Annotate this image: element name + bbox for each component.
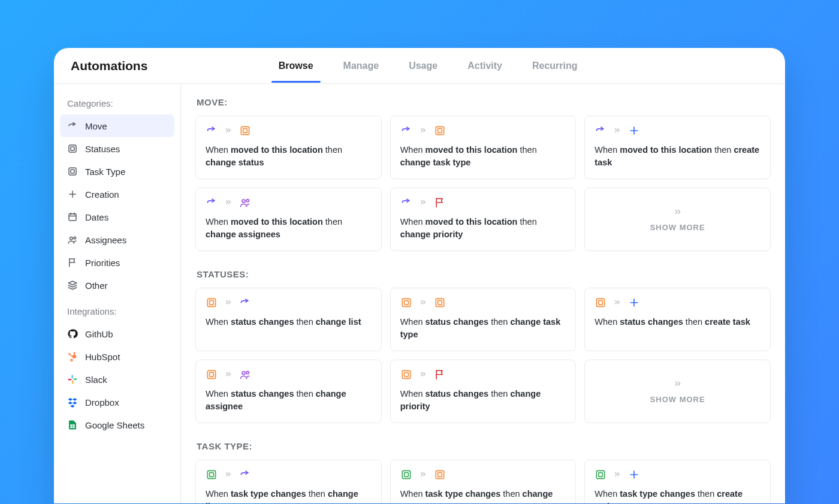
svg-rect-0	[69, 145, 76, 152]
automation-card[interactable]: When moved to this location then create …	[584, 116, 771, 179]
card-description: When status changes then change list	[206, 316, 372, 328]
sidebar-category-creation[interactable]: Creation	[60, 183, 174, 206]
sidebar-integration-slack[interactable]: Slack	[60, 368, 174, 391]
sidebar-integration-google-sheets[interactable]: Google Sheets	[60, 414, 174, 436]
svg-rect-52	[404, 473, 408, 477]
sidebar-category-dates[interactable]: Dates	[60, 206, 174, 228]
plus-blue-icon	[628, 469, 640, 481]
calendar-icon	[67, 212, 78, 222]
sidebar-category-priorities[interactable]: Priorities	[60, 251, 174, 274]
github-icon	[67, 328, 78, 339]
chevrons-icon	[612, 126, 622, 135]
automation-card[interactable]: When status changes then change list	[195, 288, 382, 351]
card-description: When status changes then create task	[594, 316, 760, 328]
svg-point-11	[74, 237, 76, 239]
section-title-tasktype: TASK TYPE:	[197, 441, 771, 451]
automation-card[interactable]: When task type changes then create task	[584, 460, 771, 503]
card-icons	[400, 369, 566, 381]
card-grid: When task type changes then change list …	[195, 460, 771, 503]
page-title: Automations	[71, 59, 147, 73]
share-purple-icon	[594, 125, 606, 137]
tab-browse[interactable]: Browse	[276, 50, 316, 82]
body: Categories: MoveStatusesTask TypeCreatio…	[54, 84, 785, 503]
sidebar-category-move[interactable]: Move	[60, 114, 174, 137]
chevrons-icon	[224, 198, 233, 207]
status-orange-icon	[434, 469, 446, 481]
tab-manage[interactable]: Manage	[341, 50, 382, 82]
svg-rect-39	[597, 298, 605, 306]
sidebar-integration-hubspot[interactable]: HubSpot	[60, 345, 174, 368]
card-icons	[206, 197, 372, 209]
svg-rect-14	[74, 354, 75, 355]
status-orange-icon	[434, 297, 446, 309]
svg-rect-27	[436, 126, 443, 134]
chevrons-icon	[612, 470, 622, 479]
status-icon	[67, 166, 78, 177]
sidebar-item-label: Statuses	[85, 144, 120, 154]
sidebar-item-label: Dates	[85, 212, 108, 222]
sidebar-category-task-type[interactable]: Task Type	[60, 160, 174, 183]
card-description: When moved to this location then create …	[594, 144, 760, 169]
svg-rect-26	[243, 129, 248, 133]
svg-rect-36	[404, 301, 408, 305]
chevrons-icon	[224, 470, 233, 479]
svg-rect-35	[402, 298, 410, 306]
svg-rect-28	[437, 129, 442, 133]
sidebar-item-label: Move	[85, 121, 107, 131]
plus-icon	[67, 189, 78, 200]
automation-card[interactable]: When moved to this location then change …	[390, 116, 577, 179]
card-icons	[400, 297, 566, 309]
chevrons-icon	[224, 370, 233, 379]
people-purple-icon	[239, 197, 251, 209]
section-title-statuses: STATUSES:	[197, 269, 771, 279]
chevrons-icon	[224, 298, 233, 307]
plus-blue-icon	[628, 297, 640, 309]
automation-card[interactable]: When moved to this location then change …	[195, 188, 382, 251]
sidebar-category-other[interactable]: Other	[60, 274, 174, 297]
card-description: When task type changes then change list	[206, 488, 372, 503]
svg-rect-56	[599, 473, 603, 477]
tab-recurring[interactable]: Recurring	[530, 50, 580, 82]
card-icons	[206, 297, 372, 309]
card-icons	[594, 125, 760, 137]
svg-point-45	[242, 372, 245, 375]
sidebar-category-assignees[interactable]: Assignees	[60, 228, 174, 251]
sidebar-integration-github[interactable]: GithUb	[60, 322, 174, 345]
show-more-label: SHOW MORE	[650, 395, 705, 404]
hubspot-icon	[67, 351, 78, 362]
sidebar-item-label: HubSpot	[85, 352, 120, 362]
automation-card[interactable]: When status changes then create task	[584, 288, 771, 351]
automation-card[interactable]: When moved to this location then change …	[195, 116, 382, 179]
status-orange-icon	[400, 297, 412, 309]
tab-activity[interactable]: Activity	[465, 50, 505, 82]
status-orange-icon	[206, 297, 218, 309]
chevrons-icon	[418, 198, 428, 207]
card-icons	[400, 125, 566, 137]
automations-window: Automations BrowseManageUsageActivityRec…	[54, 48, 785, 503]
tab-usage[interactable]: Usage	[406, 50, 440, 82]
sidebar-category-statuses[interactable]: Statuses	[60, 137, 174, 160]
card-icons	[206, 469, 372, 481]
section-title-move: MOVE:	[197, 97, 771, 107]
svg-rect-43	[207, 370, 215, 378]
automation-card[interactable]: When task type changes then change list	[195, 460, 382, 503]
automation-card[interactable]: When status changes then change assignee	[195, 360, 382, 423]
card-description: When moved to this location then change …	[206, 216, 372, 241]
sheets-icon	[67, 420, 78, 430]
automation-card[interactable]: When task type changes then change	[390, 460, 577, 503]
automation-card[interactable]: When status changes then change priority	[390, 360, 577, 423]
people-icon	[67, 234, 78, 245]
svg-point-12	[73, 355, 76, 358]
svg-rect-25	[241, 126, 249, 134]
automation-card[interactable]: When moved to this location then change …	[390, 188, 577, 251]
show-more-button[interactable]: SHOW MORE	[584, 188, 771, 251]
sidebar-integration-dropbox[interactable]: Dropbox	[60, 391, 174, 414]
status-icon	[67, 143, 78, 154]
svg-point-17	[71, 360, 73, 361]
automation-card[interactable]: When status changes then change task typ…	[390, 288, 577, 351]
chevrons-icon	[672, 379, 683, 395]
show-more-button[interactable]: SHOW MORE	[584, 360, 771, 423]
sidebar-integrations-label: Integrations:	[60, 303, 174, 322]
chevrons-icon	[418, 298, 428, 307]
plus-blue-icon	[628, 125, 640, 137]
